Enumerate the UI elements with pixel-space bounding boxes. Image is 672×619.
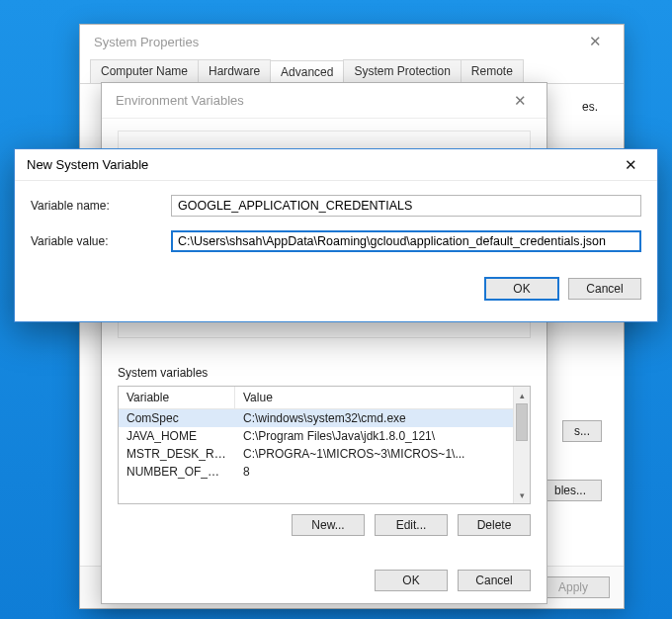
cell-variable: MSTR_DESK_RE... <box>119 445 235 463</box>
variable-name-field: Variable name: <box>31 195 641 217</box>
scroll-up-icon[interactable]: ▴ <box>514 387 530 403</box>
sysprop-tabs: Computer Name Hardware Advanced System P… <box>80 58 624 84</box>
settings-button-a[interactable]: s... <box>562 420 602 442</box>
cell-variable: NUMBER_OF_PR... <box>119 463 235 481</box>
tab-remote[interactable]: Remote <box>461 59 524 83</box>
header-variable[interactable]: Variable <box>119 387 235 408</box>
tab-advanced[interactable]: Advanced <box>270 60 344 84</box>
cell-value: C:\Program Files\Java\jdk1.8.0_121\ <box>235 427 530 445</box>
variable-name-label: Variable name: <box>31 199 159 213</box>
list-header: Variable Value <box>119 387 530 409</box>
system-variables-buttons: New... Edit... Delete <box>118 514 531 536</box>
close-icon[interactable]: ✕ <box>579 29 612 54</box>
envvar-ok-button[interactable]: OK <box>375 570 448 591</box>
variable-value-label: Variable value: <box>31 234 159 248</box>
envvar-title: Environment Variables <box>116 93 244 108</box>
table-row[interactable]: NUMBER_OF_PR... 8 <box>119 463 530 481</box>
system-variables-label: System variables <box>118 366 531 380</box>
table-row[interactable]: JAVA_HOME C:\Program Files\Java\jdk1.8.0… <box>119 427 530 445</box>
system-variables-list[interactable]: Variable Value ComSpec C:\windows\system… <box>118 386 531 504</box>
variable-value-field: Variable value: <box>31 230 641 252</box>
tab-hardware[interactable]: Hardware <box>198 59 271 83</box>
envvar-cancel-button[interactable]: Cancel <box>458 570 531 591</box>
tab-system-protection[interactable]: System Protection <box>343 59 461 83</box>
newvar-ok-button[interactable]: OK <box>485 278 558 300</box>
scrollbar[interactable]: ▴ ▾ <box>513 387 530 503</box>
cell-variable: ComSpec <box>119 409 235 427</box>
table-row[interactable]: MSTR_DESK_RE... C:\PROGRA~1\MICROS~3\MIC… <box>119 445 530 463</box>
table-row[interactable]: ComSpec C:\windows\system32\cmd.exe <box>119 409 530 427</box>
newvar-footer: OK Cancel <box>15 278 657 311</box>
cell-variable: JAVA_HOME <box>119 427 235 445</box>
delete-button[interactable]: Delete <box>458 514 531 536</box>
newvar-cancel-button[interactable]: Cancel <box>568 278 641 300</box>
cell-value: 8 <box>235 463 530 481</box>
new-button[interactable]: New... <box>292 514 365 536</box>
tab-computer-name[interactable]: Computer Name <box>90 59 199 83</box>
close-icon[interactable]: ✕ <box>615 152 647 178</box>
header-value[interactable]: Value <box>235 387 530 408</box>
cell-value: C:\windows\system32\cmd.exe <box>235 409 530 427</box>
sysprop-title: System Properties <box>94 35 199 49</box>
close-icon[interactable]: ✕ <box>504 88 537 114</box>
envvar-titlebar[interactable]: Environment Variables ✕ <box>102 83 546 119</box>
newvar-titlebar[interactable]: New System Variable ✕ <box>15 149 657 181</box>
new-system-variable-dialog: New System Variable ✕ Variable name: Var… <box>14 148 658 322</box>
scroll-thumb[interactable] <box>516 403 528 441</box>
variable-name-input[interactable] <box>171 195 641 217</box>
envvar-footer: OK Cancel <box>102 558 546 603</box>
edit-button[interactable]: Edit... <box>375 514 448 536</box>
scroll-down-icon[interactable]: ▾ <box>514 486 530 503</box>
hint-text-tail: es. <box>582 100 598 114</box>
newvar-title: New System Variable <box>27 157 148 172</box>
env-variables-button[interactable]: bles... <box>539 480 602 501</box>
sysprop-titlebar[interactable]: System Properties ✕ <box>80 25 624 58</box>
variable-value-input[interactable] <box>171 230 641 252</box>
newvar-body: Variable name: Variable value: <box>15 181 657 278</box>
sysprop-apply-button: Apply <box>537 576 610 598</box>
cell-value: C:\PROGRA~1\MICROS~3\MICROS~1\... <box>235 445 530 463</box>
